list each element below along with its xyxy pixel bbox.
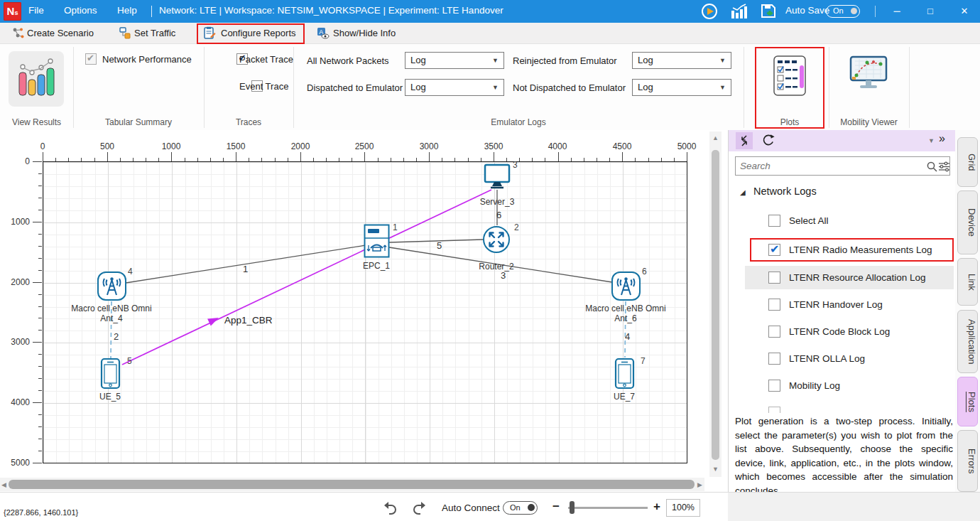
ltenr-resource-allocation-label[interactable]: LTENR Resource Allocation Log [789, 272, 926, 283]
mobility-viewer-icon[interactable] [849, 55, 888, 95]
zoom-out-button[interactable]: − [552, 500, 560, 514]
tree-expander-icon[interactable]: ◢ [740, 188, 746, 196]
device-ue-right[interactable] [614, 358, 635, 392]
minimize-button[interactable]: ─ [883, 0, 911, 23]
network-performance-checkbox[interactable] [85, 53, 97, 65]
ruler-top-3: 1500 [222, 141, 250, 151]
plots-parameter-panel: ▼ » ◢ Network Logs Select All LTENR Radi… [728, 130, 955, 492]
redo-icon[interactable] [410, 500, 429, 518]
auto-save-toggle[interactable]: On [826, 5, 860, 18]
refresh-icon[interactable] [760, 132, 777, 152]
menu-help[interactable]: Help [117, 5, 137, 16]
ruler-ticks [33, 161, 42, 463]
device-epc[interactable] [364, 224, 390, 261]
device-epc-label: EPC_1 [334, 261, 419, 271]
select-all-label[interactable]: Select All [789, 215, 829, 226]
scroll-left-icon[interactable]: ◀ [1, 481, 6, 488]
ruler-top-10: 5000 [673, 141, 701, 151]
ruler-top-1: 500 [93, 141, 121, 151]
network-performance-label: Network Performance [102, 54, 192, 65]
toggle-knob [528, 504, 535, 511]
configure-reports-button[interactable]: Configure Reports [221, 28, 296, 38]
mobility-log-checkbox[interactable] [768, 380, 780, 392]
not-dispatched-to-emulator-label: Not Dispatched to Emulator [513, 82, 626, 93]
not-dispatched-to-emulator-select[interactable]: Log▼ [632, 79, 731, 96]
search-icon[interactable] [926, 161, 938, 173]
titlebar-separator [151, 6, 152, 17]
ltenr-code-block-label[interactable]: LTENR Code Block Log [789, 326, 890, 337]
zoom-slider-track[interactable] [568, 507, 648, 509]
vscroll-thumb[interactable] [712, 150, 719, 460]
ltenr-code-block-checkbox[interactable] [768, 326, 780, 338]
chevron-down-icon: ▼ [719, 80, 726, 95]
network-logs-tree-root[interactable]: Network Logs [753, 186, 817, 197]
tab-application[interactable]: Application [957, 310, 978, 373]
ruler-top-4: 2000 [286, 141, 315, 151]
mobility-log-label[interactable]: Mobility Log [789, 380, 840, 391]
ltenr-resource-allocation-checkbox[interactable] [768, 272, 780, 284]
link-label-5: 5 [437, 240, 442, 251]
panel-dropdown-icon[interactable]: ▼ [928, 137, 935, 144]
zoom-in-button[interactable]: + [653, 500, 660, 514]
device-router[interactable] [482, 225, 511, 257]
run-simulation-icon[interactable] [701, 3, 718, 23]
view-results-icon[interactable] [9, 51, 64, 107]
application-flow-label: App1_CBR [224, 315, 273, 326]
tab-label: Application [967, 319, 977, 365]
dispatched-to-emulator-select[interactable]: Log▼ [405, 79, 504, 96]
scroll-up-icon[interactable]: ▲ [712, 134, 719, 141]
save-icon[interactable] [760, 3, 778, 23]
device-ue-left[interactable] [100, 358, 121, 392]
zoom-slider-handle[interactable] [570, 501, 575, 514]
enb-right-label-line2: Ant_6 [576, 313, 675, 323]
scroll-down-icon[interactable]: ▼ [712, 466, 719, 473]
results-chart-icon[interactable] [730, 4, 748, 22]
ltenr-handover-label[interactable]: LTENR Handover Log [789, 299, 883, 310]
ltenr-radio-measurements-checkbox[interactable] [768, 244, 780, 256]
tab-device[interactable]: Device [957, 190, 978, 254]
device-enb-left[interactable] [97, 271, 127, 304]
ltenr-olla-label[interactable]: LTENR OLLA Log [789, 353, 865, 364]
device-enb-right[interactable] [611, 271, 641, 304]
select-all-checkbox[interactable] [768, 215, 780, 227]
link-label-6: 6 [496, 210, 501, 220]
search-input[interactable] [740, 159, 910, 173]
ruler-ticks [43, 152, 687, 161]
link-label-1: 1 [243, 264, 248, 274]
menu-options[interactable]: Options [64, 5, 97, 16]
reinjected-from-emulator-select[interactable]: Log▼ [632, 52, 731, 69]
set-traffic-button[interactable]: Set Traffic [134, 28, 175, 38]
hscroll-thumb[interactable] [9, 480, 695, 489]
vertical-scrollbar[interactable]: ▲ ▼ [709, 131, 722, 477]
scroll-right-icon[interactable]: ▶ [697, 481, 702, 488]
filter-icon[interactable] [938, 161, 950, 173]
show-hide-info-button[interactable]: Show/Hide Info [333, 28, 396, 38]
ltenr-handover-checkbox[interactable] [768, 299, 780, 311]
close-button[interactable]: ✕ [950, 0, 979, 23]
traces-label: Traces [204, 117, 293, 127]
all-network-packets-select[interactable]: Log▼ [405, 52, 504, 69]
create-scenario-button[interactable]: Create Scenario [27, 28, 94, 38]
expand-panel-icon[interactable]: » [939, 132, 945, 145]
maximize-button[interactable]: □ [916, 0, 944, 23]
menu-file[interactable]: File [28, 5, 44, 16]
tab-plots[interactable]: Plots [957, 377, 978, 426]
device-server[interactable] [482, 163, 512, 195]
network-canvas[interactable]: 0 500 1000 1500 2000 2500 3000 3500 4000… [0, 130, 728, 492]
auto-connect-toggle[interactable]: On [503, 501, 538, 515]
plots-icon[interactable] [773, 55, 807, 100]
tab-label: Link [967, 274, 977, 291]
tab-errors[interactable]: Errors [957, 430, 978, 492]
horizontal-scrollbar[interactable]: ◀ ▶ [0, 478, 704, 491]
select-value: Log [410, 55, 426, 65]
statusbar-right-fill [728, 493, 980, 521]
device-ue-right-id: 7 [641, 356, 646, 366]
ltenr-olla-checkbox[interactable] [768, 353, 780, 365]
enb-right-label-line1: Macro cell eNB Omni [576, 304, 675, 313]
tab-grid[interactable]: Grid [957, 137, 978, 187]
collapse-panel-icon[interactable] [736, 132, 753, 149]
tab-link[interactable]: Link [957, 258, 978, 306]
reinjected-from-emulator-label: Reinjected from Emulator [513, 55, 617, 66]
undo-icon[interactable] [381, 500, 399, 518]
ltenr-radio-measurements-label[interactable]: LTENR Radio Measurements Log [789, 245, 932, 255]
